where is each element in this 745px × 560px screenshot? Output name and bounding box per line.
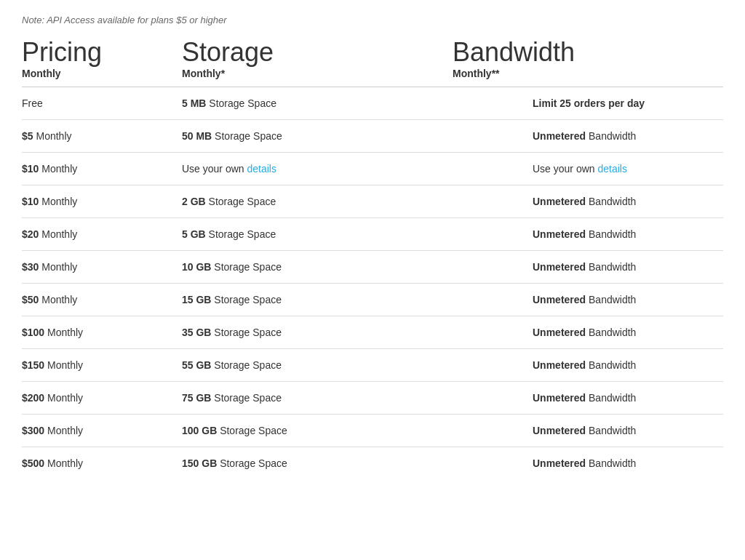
bandwidth-cell: Unmetered Bandwidth: [533, 415, 723, 447]
storage-cell: 35 GB Storage Space: [182, 316, 533, 349]
bandwidth-cell: Unmetered Bandwidth: [533, 185, 723, 218]
pricing-cell: $50 Monthly: [22, 284, 182, 316]
storage-cell: 100 GB Storage Space: [182, 415, 533, 447]
bandwidth-cell: Limit 25 orders per day: [533, 87, 723, 120]
table-row: $300 Monthly100 GB Storage SpaceUnmetere…: [22, 415, 723, 447]
pricing-cell: $500 Monthly: [22, 447, 182, 480]
pricing-header: Pricing: [22, 37, 182, 68]
bandwidth-cell: Unmetered Bandwidth: [533, 447, 723, 480]
storage-cell: 2 GB Storage Space: [182, 185, 533, 218]
storage-cell: 5 MB Storage Space: [182, 87, 533, 120]
pricing-cell: $300 Monthly: [22, 415, 182, 447]
bandwidth-cell: Unmetered Bandwidth: [533, 218, 723, 251]
table-row: $150 Monthly55 GB Storage SpaceUnmetered…: [22, 349, 723, 382]
pricing-table: Free5 MB Storage SpaceLimit 25 orders pe…: [22, 87, 723, 479]
storage-cell: 10 GB Storage Space: [182, 251, 533, 284]
bandwidth-cell: Unmetered Bandwidth: [533, 382, 723, 415]
bandwidth-cell: Use your own details: [533, 153, 723, 185]
storage-header: Storage: [182, 37, 453, 68]
table-row: $30 Monthly10 GB Storage SpaceUnmetered …: [22, 251, 723, 284]
table-row: $100 Monthly35 GB Storage SpaceUnmetered…: [22, 316, 723, 349]
storage-cell: Use your own details: [182, 153, 533, 185]
table-row: $200 Monthly75 GB Storage SpaceUnmetered…: [22, 382, 723, 415]
pricing-cell: $150 Monthly: [22, 349, 182, 382]
bandwidth-cell: Unmetered Bandwidth: [533, 284, 723, 316]
pricing-cell: $5 Monthly: [22, 120, 182, 153]
pricing-subheader: Monthly: [22, 68, 182, 79]
pricing-cell: Free: [22, 87, 182, 120]
storage-cell: 55 GB Storage Space: [182, 349, 533, 382]
table-row: $5 Monthly50 MB Storage SpaceUnmetered B…: [22, 120, 723, 153]
pricing-cell: $10 Monthly: [22, 153, 182, 185]
storage-cell: 75 GB Storage Space: [182, 382, 533, 415]
bandwidth-cell: Unmetered Bandwidth: [533, 349, 723, 382]
bandwidth-header: Bandwidth: [453, 37, 723, 68]
table-row: $20 Monthly5 GB Storage SpaceUnmetered B…: [22, 218, 723, 251]
storage-subheader: Monthly*: [182, 68, 453, 79]
table-row: Free5 MB Storage SpaceLimit 25 orders pe…: [22, 87, 723, 120]
bandwidth-cell: Unmetered Bandwidth: [533, 251, 723, 284]
pricing-cell: $20 Monthly: [22, 218, 182, 251]
storage-cell: 150 GB Storage Space: [182, 447, 533, 480]
pricing-cell: $30 Monthly: [22, 251, 182, 284]
table-row: $10 Monthly2 GB Storage SpaceUnmetered B…: [22, 185, 723, 218]
api-note: Note: API Access available for plans $5 …: [22, 15, 723, 25]
bandwidth-details-link[interactable]: details: [597, 163, 626, 175]
pricing-cell: $200 Monthly: [22, 382, 182, 415]
table-row: $10 MonthlyUse your own detailsUse your …: [22, 153, 723, 185]
table-row: $50 Monthly15 GB Storage SpaceUnmetered …: [22, 284, 723, 316]
bandwidth-cell: Unmetered Bandwidth: [533, 120, 723, 153]
pricing-cell: $10 Monthly: [22, 185, 182, 218]
storage-cell: 50 MB Storage Space: [182, 120, 533, 153]
storage-cell: 5 GB Storage Space: [182, 218, 533, 251]
pricing-cell: $100 Monthly: [22, 316, 182, 349]
table-row: $500 Monthly150 GB Storage SpaceUnmetere…: [22, 447, 723, 480]
storage-details-link[interactable]: details: [247, 163, 276, 175]
storage-cell: 15 GB Storage Space: [182, 284, 533, 316]
bandwidth-subheader: Monthly**: [453, 68, 723, 79]
bandwidth-cell: Unmetered Bandwidth: [533, 316, 723, 349]
